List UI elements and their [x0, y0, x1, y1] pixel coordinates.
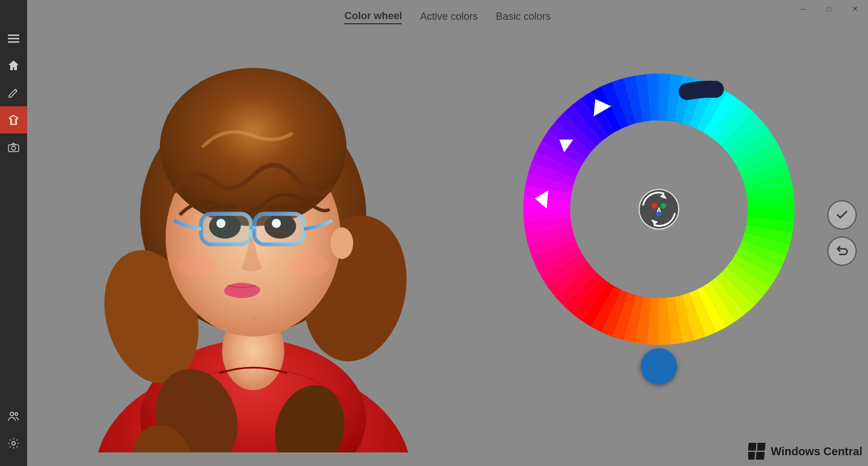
svg-point-7 [12, 442, 15, 445]
svg-rect-43 [757, 443, 766, 451]
avatar-image [61, 34, 468, 452]
sidebar-item-home[interactable] [0, 52, 27, 79]
svg-point-39 [661, 203, 666, 209]
close-button[interactable]: ✕ [842, 0, 868, 18]
color-wheel-svg[interactable]: A [512, 62, 806, 356]
svg-rect-42 [748, 443, 757, 451]
sidebar-item-wardrobe[interactable] [0, 106, 27, 133]
checkmark-icon [835, 208, 849, 222]
sidebar-item-people[interactable] [0, 403, 27, 430]
sidebar-item-settings[interactable] [0, 430, 27, 457]
watermark-text: Windows Central [771, 445, 862, 458]
svg-text:A: A [657, 206, 661, 213]
confirm-button[interactable] [827, 200, 857, 230]
sidebar-item-edit[interactable] [0, 79, 27, 106]
tab-active-colors[interactable]: Active colors [420, 11, 478, 24]
action-buttons [827, 200, 857, 266]
svg-point-4 [12, 146, 16, 150]
sidebar-item-hamburger[interactable] [0, 25, 27, 52]
svg-rect-2 [8, 41, 19, 43]
undo-icon [835, 244, 849, 258]
back-button[interactable]: ← [3, 3, 21, 21]
selected-arc [687, 89, 715, 92]
tab-color-wheel[interactable]: Color wheel [344, 10, 402, 24]
hamburger-icon [8, 33, 19, 44]
svg-point-29 [177, 254, 216, 277]
main-content: Color wheel Active colors Basic colors [27, 0, 868, 466]
svg-point-6 [15, 413, 18, 416]
watermark: Windows Central [748, 442, 862, 460]
svg-rect-44 [748, 452, 755, 460]
maximize-button[interactable]: □ [816, 0, 842, 18]
tab-basic-colors[interactable]: Basic colors [496, 11, 551, 24]
wheel-center-icon[interactable]: A [639, 189, 679, 229]
sidebar [0, 0, 27, 466]
svg-point-31 [331, 227, 353, 259]
sidebar-item-camera[interactable] [0, 133, 27, 161]
svg-point-30 [290, 254, 329, 277]
home-icon [7, 59, 20, 72]
windows-logo-icon [748, 442, 766, 460]
people-icon [7, 410, 20, 422]
sidebar-bottom [0, 403, 27, 457]
wardrobe-icon [7, 114, 20, 126]
svg-rect-45 [756, 452, 765, 460]
svg-point-20 [160, 68, 346, 226]
top-tabs: Color wheel Active colors Basic colors [27, 10, 868, 24]
selected-color-dot [641, 348, 677, 385]
avatar-area [61, 34, 468, 452]
minimize-button[interactable]: ─ [790, 0, 816, 18]
svg-rect-1 [8, 38, 19, 40]
svg-rect-27 [202, 215, 250, 243]
camera-icon [7, 141, 20, 153]
color-wheel-container[interactable]: A [512, 62, 806, 356]
edit-icon [7, 87, 20, 99]
svg-rect-28 [255, 215, 303, 243]
settings-icon [7, 437, 20, 450]
svg-rect-0 [8, 34, 19, 36]
undo-button[interactable] [827, 236, 857, 266]
svg-point-5 [10, 412, 14, 416]
title-bar: ─ □ ✕ [790, 0, 868, 18]
